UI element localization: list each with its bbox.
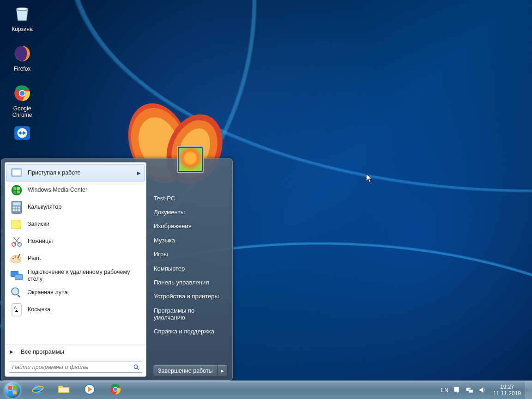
tray-date: 11.11.2019 xyxy=(493,390,521,397)
desktop-icon-label: Firefox xyxy=(14,66,31,72)
svg-rect-21 xyxy=(13,202,21,206)
svg-rect-60 xyxy=(469,389,473,393)
desktop[interactable]: Корзина Firefox Google Chrome Приступая … xyxy=(0,0,532,399)
svg-rect-17 xyxy=(17,187,20,190)
wmp-icon xyxy=(83,382,97,398)
explorer-icon xyxy=(57,382,71,398)
start-program-item[interactable]: Paint xyxy=(6,250,145,267)
chrome-icon xyxy=(11,82,33,104)
svg-rect-42 xyxy=(17,294,21,298)
start-right-link[interactable]: Игры xyxy=(153,248,228,261)
tray-action-center-icon[interactable] xyxy=(451,381,463,399)
tray-clock[interactable]: 19:27 11.11.2019 xyxy=(489,384,526,397)
all-programs-label: Все программы xyxy=(21,348,64,355)
submenu-arrow-icon: ▶ xyxy=(137,170,141,175)
user-picture-frame[interactable] xyxy=(177,146,204,173)
svg-rect-22 xyxy=(13,206,15,208)
tray-network-icon[interactable] xyxy=(463,381,476,399)
start-right-link[interactable]: Музыка xyxy=(153,233,228,247)
start-program-item[interactable]: AКосынка xyxy=(6,301,145,318)
svg-rect-16 xyxy=(13,187,16,190)
start-right-link[interactable]: Компьютер xyxy=(153,261,228,275)
svg-point-58 xyxy=(114,387,117,391)
firefox-icon xyxy=(11,42,33,65)
start-menu-right-links: Test-PCДокументыИзображенияМузыкаИгрыКом… xyxy=(153,191,228,339)
start-menu-programs: Приступая к работе▶Windows Media CenterК… xyxy=(5,163,146,344)
all-programs-button[interactable]: ▶ Все программы xyxy=(5,344,146,359)
svg-rect-23 xyxy=(16,206,18,208)
shutdown-label: Завершение работы xyxy=(158,368,213,374)
desktop-icon-recycle-bin[interactable]: Корзина xyxy=(5,3,40,42)
start-right-link[interactable]: Справка и поддержка xyxy=(153,324,228,338)
start-program-label: Калькулятор xyxy=(28,204,141,211)
start-program-item[interactable]: Подключение к удаленному рабочему столу xyxy=(6,267,145,284)
svg-point-37 xyxy=(18,259,20,260)
svg-rect-48 xyxy=(13,386,17,390)
desktop-icon-chrome[interactable]: Google Chrome xyxy=(5,82,40,122)
start-program-label: Windows Media Center xyxy=(28,187,141,193)
svg-rect-28 xyxy=(12,220,21,229)
start-right-link[interactable]: Test-PC xyxy=(153,191,228,205)
desktop-icon-label: Корзина xyxy=(12,26,33,32)
start-program-label: Косынка xyxy=(28,306,141,313)
taskbar-pin-wmp[interactable] xyxy=(77,381,103,399)
taskbar-pins xyxy=(25,381,128,399)
start-program-label: Ножницы xyxy=(28,238,141,245)
start-program-label: Paint xyxy=(28,255,141,262)
teamviewer-icon xyxy=(11,122,33,144)
start-program-item[interactable]: Windows Media Center xyxy=(6,181,145,199)
start-right-link[interactable]: Панель управления xyxy=(153,275,228,289)
taskbar: EN 19:27 11.11.2019 xyxy=(0,381,532,399)
start-right-link[interactable]: Устройства и принтеры xyxy=(153,290,228,303)
start-right-link[interactable]: Документы xyxy=(153,205,228,219)
search-icon[interactable] xyxy=(131,364,142,371)
svg-point-41 xyxy=(12,288,19,295)
svg-point-45 xyxy=(134,365,138,369)
svg-rect-26 xyxy=(16,209,18,211)
taskbar-pin-ie[interactable] xyxy=(25,381,51,399)
start-right-link[interactable]: Программы по умолчанию xyxy=(153,303,228,324)
start-button[interactable] xyxy=(0,381,25,399)
svg-rect-18 xyxy=(13,190,16,193)
ie-icon xyxy=(31,382,45,398)
start-program-item[interactable]: Записки xyxy=(6,216,145,233)
tray-language[interactable]: EN xyxy=(438,381,451,399)
shutdown-options-button[interactable]: ▶ xyxy=(218,365,228,376)
start-program-item[interactable]: Калькулятор xyxy=(6,199,145,216)
desktop-icon-firefox[interactable]: Firefox xyxy=(5,42,40,82)
shutdown-row: Завершение работы ▶ xyxy=(153,365,228,376)
tray-language-label: EN xyxy=(441,387,448,393)
desktop-icons: Корзина Firefox Google Chrome xyxy=(5,3,42,145)
start-right-link[interactable]: Изображения xyxy=(153,219,228,233)
tray-time: 19:27 xyxy=(493,384,521,390)
start-program-label: Подключение к удаленному рабочему столу xyxy=(28,269,141,283)
svg-rect-49 xyxy=(8,391,12,394)
svg-point-6 xyxy=(16,7,28,10)
magnifier-icon xyxy=(9,285,24,300)
rdp-icon xyxy=(9,268,24,283)
taskbar-pin-explorer[interactable] xyxy=(51,381,77,399)
desktop-icon-teamviewer[interactable] xyxy=(5,122,40,145)
search-box[interactable] xyxy=(9,362,142,373)
svg-rect-40 xyxy=(15,274,23,280)
start-program-label: Записки xyxy=(28,221,141,228)
svg-line-46 xyxy=(137,368,139,370)
search-row xyxy=(5,359,146,376)
start-program-item[interactable]: Ножницы xyxy=(6,233,145,250)
tray-volume-icon[interactable] xyxy=(476,381,489,399)
svg-rect-53 xyxy=(59,388,69,392)
shutdown-button[interactable]: Завершение работы xyxy=(153,365,218,376)
start-program-item[interactable]: Приступая к работе▶ xyxy=(6,164,145,181)
start-program-item[interactable]: Экранная лупа xyxy=(6,284,145,301)
start-menu: Приступая к работе▶Windows Media CenterК… xyxy=(1,158,233,381)
system-tray: EN 19:27 11.11.2019 xyxy=(438,381,532,399)
start-program-label: Приступая к работе xyxy=(28,169,137,176)
show-desktop-button[interactable] xyxy=(526,381,532,399)
snipping-tool-icon xyxy=(9,234,24,249)
search-input[interactable] xyxy=(9,364,131,370)
svg-point-10 xyxy=(20,91,25,96)
triangle-right-icon: ▶ xyxy=(10,349,13,354)
svg-rect-14 xyxy=(13,170,21,175)
taskbar-pin-chrome[interactable] xyxy=(103,381,128,399)
start-program-label: Экранная лупа xyxy=(28,289,141,296)
